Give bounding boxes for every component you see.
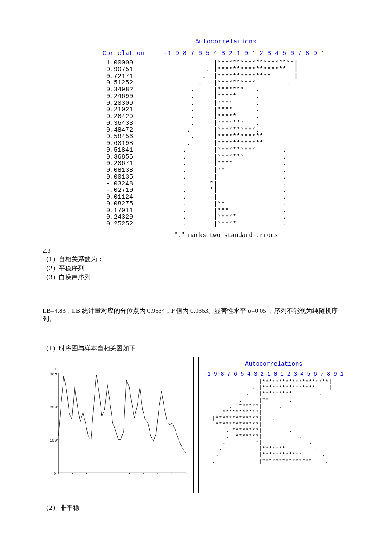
acf2-row: . *| . [212, 440, 346, 446]
acf1-title: Autocorrelations [102, 38, 349, 46]
item-2: （2） 非平稳 [43, 504, 349, 512]
item-2-3-3: （3）白噪声序列 [43, 273, 349, 281]
acf1-row: 0.90751 . |****************** | [102, 66, 349, 73]
acf1-row: 0.20309 . |**** . [102, 100, 349, 107]
acf2-row: . *******| . [212, 434, 346, 439]
section-2-3: 2.3 （1）自相关系数为： （2）平稳序列 （3）白噪声序列 [43, 247, 349, 281]
acf1-row: 0.36433 . |******* . [102, 120, 349, 127]
acf2-row: . |********* . [212, 391, 346, 397]
acf1-scale: -1 9 8 7 6 5 4 3 2 1 0 1 2 3 4 5 6 7 8 9… [164, 50, 325, 57]
acf2-row: |*************| . [212, 416, 346, 422]
acf2-row: |********************| [212, 379, 346, 385]
acf-plot-1: Autocorrelations Correlation -1 9 8 7 6 … [102, 38, 349, 239]
chart-caption: （1）时序图与样本自相关图如下 [43, 344, 349, 353]
acf1-row: 0.17011 . |*** . [102, 208, 349, 214]
acf1-row: 0.25252 . |***** . [102, 221, 349, 228]
acf1-footer: "." marks two standard errors [102, 232, 349, 239]
acf1-row: -.02710 . *| . [102, 187, 349, 194]
acf1-row: 0.08275 . |** . [102, 201, 349, 208]
acf2-rows: |********************| . |**************… [212, 379, 346, 464]
acf1-row: 0.08138 . |** . [102, 167, 349, 174]
acf1-row: 0.24320 . |***** . [102, 214, 349, 221]
acf1-row: 0.34982 . |******* . [102, 87, 349, 93]
acf1-row: 0.26429 . |***** . [102, 113, 349, 120]
acf1-row: 0.58456 . |************ [102, 133, 349, 140]
svg-text:200: 200 [49, 405, 57, 409]
acf1-row: 0.48472 . |**********. [102, 127, 349, 134]
acf2-row: . ********| . [212, 428, 346, 434]
svg-text:300: 300 [49, 372, 57, 376]
svg-text:0: 0 [54, 471, 56, 476]
acf1-row: 0.24690 . |***** . [102, 93, 349, 100]
page: Autocorrelations Correlation -1 9 8 7 6 … [0, 0, 392, 555]
item-2-3-1: （1）自相关系数为： [43, 255, 349, 263]
acf1-row: 0.21021 . |**** . [102, 107, 349, 113]
svg-text:100: 100 [49, 438, 57, 443]
acf1-row: 0.20671 . |**** . [102, 160, 349, 167]
acf2-row: . |** . [212, 397, 346, 403]
acf1-row: 0.60198 . |************ [102, 140, 349, 147]
acf2-row: . |************ . [212, 452, 346, 458]
acf1-label: Correlation [102, 50, 144, 57]
acf2-row: *************| . [212, 422, 346, 428]
acf1-row: 0.01124 . | . [102, 194, 349, 201]
acf2-row: . ******| . [212, 403, 346, 409]
lb-paragraph: LB=4.83，LB 统计量对应的分位点为 0.9634，P 值为 0.0363… [43, 307, 349, 323]
acf-plot-2: Autocorrelations -1 9 8 7 6 5 4 3 2 1 0 … [198, 357, 349, 493]
acf1-row: 0.51252 . |********** . [102, 80, 349, 87]
acf2-title: Autocorrelations [202, 361, 346, 367]
acf1-row: 0.00135 . | . [102, 174, 349, 181]
chart-section: （1）时序图与样本自相关图如下 x 300 200 100 0 Autocorr… [43, 344, 349, 493]
timeseries-chart: x 300 200 100 0 [43, 357, 194, 493]
lb-text: LB=4.83，LB 统计量对应的分位点为 0.9634，P 值为 0.0363… [43, 307, 349, 323]
acf1-rows: 1.00000 |********************| 0.90751 .… [102, 60, 349, 228]
acf2-row: . |*************** . [212, 458, 346, 464]
acf2-row: . ***********| . [212, 409, 346, 415]
acf1-row: 0.72171 . |************** | [102, 73, 349, 80]
acf1-row: 0.36856 . |******* . [102, 154, 349, 161]
acf2-row: . |******* . [212, 446, 346, 452]
acf1-header: Correlation -1 9 8 7 6 5 4 3 2 1 0 1 2 3… [102, 50, 349, 57]
acf2-row: . |**************** | [212, 385, 346, 391]
heading-2-3: 2.3 [43, 247, 349, 254]
acf2-scale: -1 9 8 7 6 5 4 3 2 1 0 1 2 3 4 5 6 7 8 9… [202, 371, 346, 377]
timeseries-svg: x 300 200 100 0 [46, 361, 190, 489]
chart-row: x 300 200 100 0 Autocorrelations -1 9 8 … [43, 357, 349, 493]
acf1-row: 1.00000 |********************| [102, 60, 349, 66]
acf1-row: 0.51841 . |********** . [102, 147, 349, 154]
item-2-3-2: （2）平稳序列 [43, 264, 349, 272]
y-axis-label: x [55, 367, 57, 371]
acf1-row: -.03248 . *| . [102, 181, 349, 188]
